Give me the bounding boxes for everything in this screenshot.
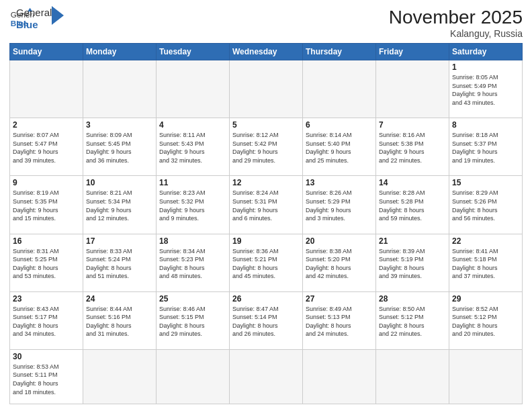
table-row: 22Sunrise: 8:41 AM Sunset: 5:18 PM Dayli…: [449, 234, 523, 291]
table-row: [157, 60, 230, 118]
day-info: Sunrise: 8:36 AM Sunset: 5:21 PM Dayligh…: [232, 247, 300, 281]
location: Kalanguy, Russia: [389, 28, 523, 39]
day-info: Sunrise: 8:43 AM Sunset: 5:17 PM Dayligh…: [13, 305, 80, 338]
header-saturday: Saturday: [449, 44, 523, 60]
table-row: 23Sunrise: 8:43 AM Sunset: 5:17 PM Dayli…: [10, 291, 83, 349]
table-row: 9Sunrise: 8:19 AM Sunset: 5:35 PM Daylig…: [10, 176, 83, 234]
table-row: 3Sunrise: 8:09 AM Sunset: 5:45 PM Daylig…: [83, 118, 157, 176]
table-row: 12Sunrise: 8:24 AM Sunset: 5:31 PM Dayli…: [230, 176, 303, 234]
day-info: Sunrise: 8:19 AM Sunset: 5:35 PM Dayligh…: [13, 189, 80, 222]
month-title: November 2025: [389, 7, 523, 28]
table-row: 20Sunrise: 8:38 AM Sunset: 5:20 PM Dayli…: [303, 234, 376, 291]
table-row: [83, 349, 157, 404]
day-info: Sunrise: 8:31 AM Sunset: 5:25 PM Dayligh…: [13, 247, 80, 281]
day-number: 17: [86, 236, 153, 246]
calendar-table: Sunday Monday Tuesday Wednesday Thursday…: [9, 43, 523, 404]
table-row: 24Sunrise: 8:44 AM Sunset: 5:16 PM Dayli…: [83, 291, 157, 349]
header-friday: Friday: [376, 44, 449, 60]
table-row: 5Sunrise: 8:12 AM Sunset: 5:42 PM Daylig…: [230, 118, 303, 176]
day-number: 14: [379, 178, 446, 187]
title-block: November 2025 Kalanguy, Russia: [389, 7, 523, 39]
day-number: 11: [159, 178, 226, 187]
day-number: 29: [452, 294, 519, 304]
table-row: 2Sunrise: 8:07 AM Sunset: 5:47 PM Daylig…: [10, 118, 83, 176]
table-row: 10Sunrise: 8:21 AM Sunset: 5:34 PM Dayli…: [83, 176, 157, 234]
table-row: 26Sunrise: 8:47 AM Sunset: 5:14 PM Dayli…: [230, 291, 303, 349]
day-number: 7: [379, 120, 446, 130]
header: General Blue General Blue November 2025 …: [9, 7, 523, 39]
table-row: 1Sunrise: 8:05 AM Sunset: 5:49 PM Daylig…: [449, 60, 523, 118]
table-row: 29Sunrise: 8:52 AM Sunset: 5:12 PM Dayli…: [449, 291, 523, 349]
day-info: Sunrise: 8:39 AM Sunset: 5:19 PM Dayligh…: [379, 247, 446, 281]
table-row: [10, 60, 83, 118]
day-number: 25: [159, 294, 226, 304]
day-number: 22: [452, 236, 519, 246]
table-row: [157, 349, 230, 404]
table-row: 16Sunrise: 8:31 AM Sunset: 5:25 PM Dayli…: [10, 234, 83, 291]
table-row: 15Sunrise: 8:29 AM Sunset: 5:26 PM Dayli…: [449, 176, 523, 234]
day-number: 15: [452, 178, 519, 187]
day-number: 9: [13, 178, 80, 187]
day-number: 3: [86, 120, 153, 130]
day-number: 19: [232, 236, 300, 246]
svg-marker-3: [52, 6, 64, 25]
logo-blue: Blue: [16, 19, 52, 31]
day-info: Sunrise: 8:29 AM Sunset: 5:26 PM Dayligh…: [452, 189, 519, 222]
day-number: 10: [86, 178, 153, 187]
day-number: 5: [232, 120, 300, 130]
logo: General Blue General Blue: [9, 7, 64, 31]
table-row: [449, 349, 523, 404]
day-info: Sunrise: 8:24 AM Sunset: 5:31 PM Dayligh…: [232, 189, 300, 222]
table-row: 27Sunrise: 8:49 AM Sunset: 5:13 PM Dayli…: [303, 291, 376, 349]
day-number: 27: [306, 294, 373, 304]
table-row: [376, 349, 449, 404]
day-number: 16: [13, 236, 80, 246]
calendar-week-row: 1Sunrise: 8:05 AM Sunset: 5:49 PM Daylig…: [10, 60, 523, 118]
day-info: Sunrise: 8:49 AM Sunset: 5:13 PM Dayligh…: [306, 305, 373, 338]
day-info: Sunrise: 8:11 AM Sunset: 5:43 PM Dayligh…: [159, 131, 226, 165]
table-row: 19Sunrise: 8:36 AM Sunset: 5:21 PM Dayli…: [230, 234, 303, 291]
day-number: 24: [86, 294, 153, 304]
header-tuesday: Tuesday: [157, 44, 230, 60]
table-row: 17Sunrise: 8:33 AM Sunset: 5:24 PM Dayli…: [83, 234, 157, 291]
table-row: 25Sunrise: 8:46 AM Sunset: 5:15 PM Dayli…: [157, 291, 230, 349]
day-info: Sunrise: 8:16 AM Sunset: 5:38 PM Dayligh…: [379, 131, 446, 165]
day-number: 2: [13, 120, 80, 130]
day-number: 21: [379, 236, 446, 246]
header-sunday: Sunday: [10, 44, 83, 60]
table-row: 14Sunrise: 8:28 AM Sunset: 5:28 PM Dayli…: [376, 176, 449, 234]
table-row: 6Sunrise: 8:14 AM Sunset: 5:40 PM Daylig…: [303, 118, 376, 176]
day-info: Sunrise: 8:47 AM Sunset: 5:14 PM Dayligh…: [232, 305, 300, 338]
day-info: Sunrise: 8:26 AM Sunset: 5:29 PM Dayligh…: [306, 189, 373, 222]
table-row: 11Sunrise: 8:23 AM Sunset: 5:32 PM Dayli…: [157, 176, 230, 234]
logo-general: General: [16, 7, 52, 19]
day-number: 18: [159, 236, 226, 246]
table-row: 18Sunrise: 8:34 AM Sunset: 5:23 PM Dayli…: [157, 234, 230, 291]
day-info: Sunrise: 8:07 AM Sunset: 5:47 PM Dayligh…: [13, 131, 80, 165]
day-number: 30: [13, 352, 80, 361]
calendar-week-row: 9Sunrise: 8:19 AM Sunset: 5:35 PM Daylig…: [10, 176, 523, 234]
calendar-week-row: 2Sunrise: 8:07 AM Sunset: 5:47 PM Daylig…: [10, 118, 523, 176]
table-row: 7Sunrise: 8:16 AM Sunset: 5:38 PM Daylig…: [376, 118, 449, 176]
table-row: [230, 349, 303, 404]
table-row: 8Sunrise: 8:18 AM Sunset: 5:37 PM Daylig…: [449, 118, 523, 176]
day-number: 4: [159, 120, 226, 130]
day-info: Sunrise: 8:12 AM Sunset: 5:42 PM Dayligh…: [232, 131, 300, 165]
day-info: Sunrise: 8:38 AM Sunset: 5:20 PM Dayligh…: [306, 247, 373, 281]
day-info: Sunrise: 8:44 AM Sunset: 5:16 PM Dayligh…: [86, 305, 153, 338]
header-wednesday: Wednesday: [230, 44, 303, 60]
day-info: Sunrise: 8:14 AM Sunset: 5:40 PM Dayligh…: [306, 131, 373, 165]
header-thursday: Thursday: [303, 44, 376, 60]
table-row: 21Sunrise: 8:39 AM Sunset: 5:19 PM Dayli…: [376, 234, 449, 291]
table-row: [303, 349, 376, 404]
day-info: Sunrise: 8:05 AM Sunset: 5:49 PM Dayligh…: [452, 73, 519, 107]
day-info: Sunrise: 8:33 AM Sunset: 5:24 PM Dayligh…: [86, 247, 153, 281]
table-row: [303, 60, 376, 118]
day-info: Sunrise: 8:52 AM Sunset: 5:12 PM Dayligh…: [452, 305, 519, 338]
table-row: [376, 60, 449, 118]
page: General Blue General Blue November 2025 …: [0, 0, 532, 411]
day-info: Sunrise: 8:21 AM Sunset: 5:34 PM Dayligh…: [86, 189, 153, 222]
day-info: Sunrise: 8:18 AM Sunset: 5:37 PM Dayligh…: [452, 131, 519, 165]
calendar-header-row: Sunday Monday Tuesday Wednesday Thursday…: [10, 44, 523, 60]
table-row: 30Sunrise: 8:53 AM Sunset: 5:11 PM Dayli…: [10, 349, 83, 404]
